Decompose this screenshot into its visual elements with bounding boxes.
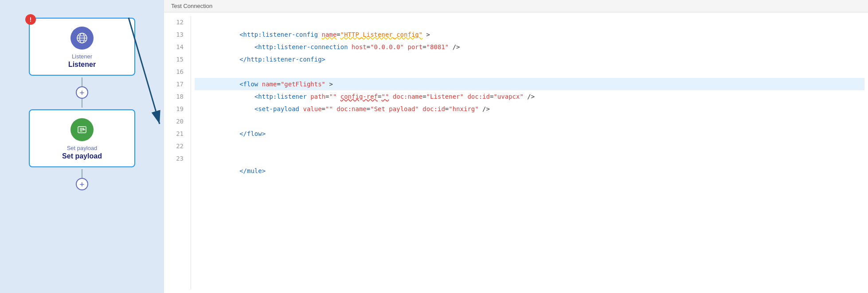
code-header: Test Connection [164, 0, 868, 12]
error-badge: ! [25, 14, 36, 25]
code-line-12: <http:listener-config name="HTTP_Listene… [195, 16, 864, 28]
flow-diagram-panel: ! Listener Listener + [0, 0, 164, 293]
code-lines: <http:listener-config name="HTTP_Listene… [191, 16, 868, 289]
listener-icon-bg [70, 27, 94, 50]
connector-line-1b [82, 99, 82, 108]
code-panel: Test Connection 12 13 14 15 16 17 18 19 … [164, 0, 868, 293]
listener-node[interactable]: ! Listener Listener [29, 18, 135, 76]
code-content[interactable]: 12 13 14 15 16 17 18 19 20 21 22 23 <htt… [164, 12, 868, 293]
set-payload-node[interactable]: Set payload Set payload [29, 109, 135, 167]
payload-icon [76, 123, 88, 136]
code-line-21 [195, 127, 864, 140]
ln-12: 12 [171, 16, 184, 28]
ln-16: 16 [171, 66, 184, 78]
ln-22: 22 [171, 140, 184, 152]
ln-15: 15 [171, 53, 184, 66]
code-line-23: </mule> [195, 152, 864, 165]
connector-line-1 [82, 77, 82, 86]
listener-sublabel: Listener [72, 53, 92, 60]
ln-21: 21 [171, 127, 184, 140]
listener-label: Listener [68, 61, 96, 69]
add-button-1[interactable]: + [76, 86, 88, 99]
add-button-2[interactable]: + [76, 178, 88, 190]
globe-icon [76, 32, 88, 44]
code-line-16: <flow name="getFlights" > [195, 66, 864, 78]
ln-19: 19 [171, 103, 184, 115]
ln-20: 20 [171, 115, 184, 127]
connector-line-2 [82, 169, 82, 178]
set-payload-icon-bg [70, 118, 94, 141]
ln-13: 13 [171, 28, 184, 41]
line-numbers: 12 13 14 15 16 17 18 19 20 21 22 23 [164, 16, 191, 289]
set-payload-sublabel: Set payload [67, 145, 98, 151]
code-line-20: </flow> [195, 115, 864, 127]
ln-14: 14 [171, 41, 184, 53]
ln-23: 23 [171, 152, 184, 165]
connector-1: + [76, 77, 88, 108]
set-payload-label: Set payload [62, 152, 102, 160]
ln-18: 18 [171, 90, 184, 103]
connector-2: + [76, 169, 88, 190]
ln-17: 17 [171, 78, 184, 90]
code-line-22 [195, 140, 864, 152]
